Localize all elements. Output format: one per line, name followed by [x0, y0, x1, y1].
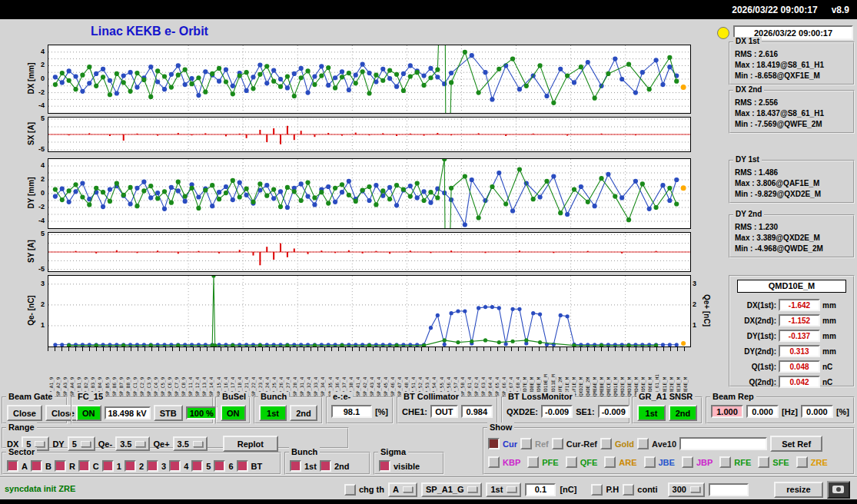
x-axis-label: QMD11E_M	[550, 352, 556, 396]
sfe-checkbox[interactable]: SFE	[758, 456, 789, 468]
set-ref-button[interactable]: Set Ref	[770, 436, 822, 452]
3-5-dropdown[interactable]: 3.5	[115, 436, 150, 451]
sp-a1-g-dropdown[interactable]: SP_A1_G	[421, 482, 483, 497]
x-axis-label: SP_18_4	[236, 352, 243, 396]
a-dropdown[interactable]: A	[388, 482, 417, 497]
x-axis-label: SP_54_4	[430, 352, 437, 396]
text-input[interactable]	[679, 437, 767, 450]
x-axis-label: SP_57_4	[452, 352, 459, 396]
checkbox-icon	[682, 456, 693, 468]
monitor-title: QMD10E_M	[737, 280, 846, 293]
bunch-group-title: Bunch	[258, 392, 289, 401]
x-axis-label: SP_62_4	[473, 352, 480, 396]
2nd-button[interactable]: 2nd	[290, 405, 317, 421]
stb-button[interactable]: STB	[154, 405, 183, 421]
6-checkbox[interactable]: 6	[214, 460, 233, 472]
x-axis-label: SP_47_4	[396, 352, 403, 396]
checkbox-icon	[637, 438, 649, 449]
plot-dx: DX [mm]420-2-4	[48, 45, 689, 112]
x-axis-label: SP_31_4	[298, 352, 305, 396]
x-axis-label: SP_B4_9	[96, 352, 103, 396]
2-checkbox[interactable]: 2	[125, 460, 144, 472]
2nd-checkbox[interactable]: 2nd	[320, 460, 350, 472]
0-000-readout-field: 0.000	[746, 405, 779, 418]
a-checkbox[interactable]: A	[7, 460, 28, 472]
checkbox-icon	[591, 484, 603, 496]
x-axis-label: QMD4E_M	[633, 352, 639, 396]
x-axis-label: SP_11_4	[187, 352, 194, 396]
1st-dropdown[interactable]: 1st	[486, 482, 521, 497]
1st-checkbox[interactable]: 1st	[290, 460, 317, 472]
close-button[interactable]: Close	[7, 405, 42, 421]
p-h-checkbox[interactable]: P.H	[591, 484, 619, 496]
r-checkbox[interactable]: R	[55, 460, 75, 472]
conti-checkbox[interactable]: conti	[623, 484, 657, 496]
chg-th-checkbox[interactable]: chg th	[344, 484, 384, 496]
5-checkbox[interactable]: 5	[191, 460, 211, 472]
cur-ref-checkbox[interactable]: Cur-Ref	[552, 438, 597, 449]
x-axis-label: SP_45_4	[382, 352, 389, 396]
300-dropdown[interactable]: 300	[668, 482, 705, 497]
bunch-select-group: Bunch1st2nd	[284, 452, 370, 475]
sy-y-axis-label: SY [A]	[27, 228, 35, 274]
2nd-button[interactable]: 2nd	[669, 405, 697, 421]
zre-checkbox[interactable]: ZRE	[796, 456, 828, 468]
on-button[interactable]: ON	[76, 405, 101, 421]
x-axis-label: SP_44_4	[375, 352, 382, 396]
are-checkbox[interactable]: ARE	[604, 456, 636, 468]
jbe-checkbox[interactable]: JBE	[644, 456, 675, 468]
on-button[interactable]: ON	[221, 405, 246, 421]
pfe-checkbox[interactable]: PFE	[527, 456, 558, 468]
statistics-panel: DX 1stRMS : 2.616Max : 18.419@S8_61_H1Mi…	[729, 41, 855, 258]
5-dropdown[interactable]: 5	[68, 436, 95, 451]
bt-checkbox-label: BT	[251, 462, 263, 471]
qe-y-tick-label: 1	[41, 320, 45, 328]
ave10-checkbox[interactable]: Ave10	[637, 438, 676, 449]
menu-indicator-icon	[403, 486, 413, 492]
plot-sx: SX [A]5-5	[48, 117, 689, 151]
titlebar-clock: 2026/03/22 09:00:17	[732, 5, 817, 15]
3-5-dropdown[interactable]: 3.5	[173, 436, 208, 451]
x-axis-label: SP_23_4	[257, 352, 264, 396]
kbp-checkbox[interactable]: KBP	[488, 456, 520, 468]
x-axis-label: SP_68_4	[514, 352, 521, 396]
bunch-group-title: Bunch	[289, 447, 320, 456]
bunch-group: Bunch1st2nd	[254, 396, 323, 424]
4-checkbox[interactable]: 4	[169, 460, 188, 472]
qfe-checkbox[interactable]: QFE	[566, 456, 598, 468]
sx-y-axis-label: SX [A]	[27, 111, 35, 157]
dy-1st-rms: RMS : 1.486	[735, 167, 851, 178]
1st-button[interactable]: 1st	[637, 405, 666, 421]
b-checkbox[interactable]: B	[31, 460, 51, 472]
hz-label: [Hz]	[782, 407, 798, 416]
checkbox-icon	[191, 460, 203, 472]
screenshot-button[interactable]	[827, 481, 850, 499]
0-009-readout-field: -0.009	[598, 405, 629, 418]
jbp-checkbox[interactable]: JBP	[682, 456, 713, 468]
x-axis-label: QMEBE_M	[598, 352, 605, 396]
text-input[interactable]	[709, 483, 749, 496]
x-axis-label: SP_21_4	[243, 352, 250, 396]
bt-checkbox[interactable]: BT	[237, 460, 263, 472]
1st-button[interactable]: 1st	[259, 405, 287, 421]
dx-y-axis-label: DX [mm]	[27, 55, 35, 101]
gold-checkbox[interactable]: Gold	[600, 438, 634, 449]
replot-button[interactable]: Replot	[223, 436, 278, 452]
c-checkbox[interactable]: C	[78, 460, 99, 472]
rfe-checkbox[interactable]: RFE	[719, 456, 751, 468]
ref-checkbox[interactable]: Ref	[520, 438, 549, 449]
jbp-checkbox-label: JBP	[696, 458, 713, 467]
resize-button[interactable]: resize	[774, 482, 823, 498]
3-checkbox[interactable]: 3	[147, 460, 166, 472]
checkbox-icon	[125, 460, 136, 472]
che1-label: CHE1:	[402, 407, 427, 416]
visible-checkbox[interactable]: visible	[379, 460, 420, 472]
checkbox-icon	[758, 456, 769, 468]
dx-2nd-value-field: -1.152	[779, 314, 820, 327]
1st-option-value: 1st	[490, 485, 503, 494]
cur-checkbox[interactable]: Cur	[488, 438, 517, 449]
1-checkbox-label: 1	[117, 462, 121, 471]
1-checkbox[interactable]: 1	[102, 460, 121, 472]
cur-checkbox-label: Cur	[503, 439, 517, 449]
checkbox-icon	[604, 456, 616, 468]
